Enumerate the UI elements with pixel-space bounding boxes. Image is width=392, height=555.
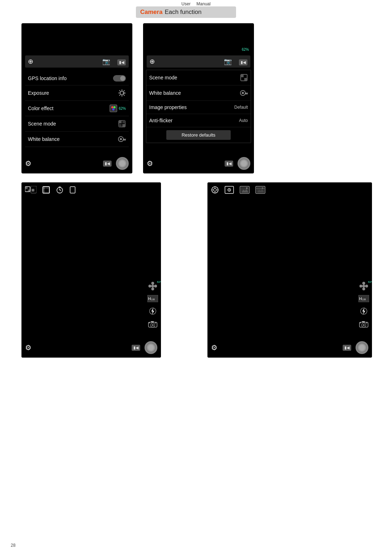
svg-point-78: [359, 285, 362, 288]
macro-icon-s3[interactable]: 62%: [148, 281, 158, 292]
screen4-side-icons: 62% H₍₎₈: [358, 281, 369, 329]
settings-icon: ⊕: [28, 58, 33, 65]
hdr-text-icon-s3[interactable]: H₍₎₈: [147, 295, 158, 303]
svg-point-13: [112, 108, 114, 110]
header-user: User: [181, 1, 190, 6]
screen1-menu: GPS location info Exposure: [25, 72, 129, 147]
svg-rect-15: [119, 121, 122, 123]
camera-small-icon-s4[interactable]: [359, 320, 369, 329]
svg-line-5: [119, 90, 121, 92]
gear-icon-s3[interactable]: ⚙: [25, 343, 31, 352]
hdr-text-icon-s4[interactable]: H₍₎₈: [358, 295, 369, 303]
svg-text:w: w: [123, 138, 126, 141]
svg-rect-88: [360, 323, 361, 323]
svg-text:H₍₎₈: H₍₎₈: [359, 296, 366, 301]
svg-marker-83: [362, 308, 365, 315]
video-mode-icon[interactable]: ▮◀: [117, 58, 126, 65]
svg-rect-18: [122, 121, 125, 123]
screen4-topbar: [211, 186, 368, 194]
settings-icon-s2: ⊕: [150, 58, 155, 65]
square-icon-s3[interactable]: [69, 186, 76, 194]
camera-mode-icon[interactable]: 📷: [102, 58, 110, 65]
svg-text:⊞: ⊞: [31, 188, 34, 192]
video-btn-s4[interactable]: ▮◀: [343, 345, 351, 351]
svg-point-43: [151, 282, 154, 285]
svg-text:H₍₎₈: H₍₎₈: [148, 296, 155, 301]
color-effect-icon: [109, 104, 117, 112]
gear-icon-s1[interactable]: ⚙: [25, 159, 31, 168]
menu-scene[interactable]: Scene mode: [25, 116, 129, 132]
screen1: ⊕ 📷 ▮◀ GPS location info Exposure: [21, 23, 132, 173]
svg-rect-33: [43, 187, 49, 193]
svg-point-45: [148, 285, 151, 288]
svg-point-11: [111, 106, 113, 108]
gallery2-icon-s4[interactable]: [255, 186, 265, 194]
flash-icon-s3[interactable]: [149, 306, 157, 317]
crop-icon-s3[interactable]: [42, 186, 50, 194]
gear-icon-s2[interactable]: ⚙: [147, 159, 153, 168]
screen2-bottom: ⚙ ▮◀: [147, 157, 250, 170]
svg-point-42: [151, 285, 154, 288]
screen3: ⊞ +: [21, 182, 161, 358]
restore-defaults-btn[interactable]: Restore defaults: [166, 130, 231, 140]
svg-line-8: [119, 95, 121, 96]
svg-rect-23: [241, 74, 244, 77]
shutter-btn-s2[interactable]: [237, 157, 250, 170]
shutter-btn-s3[interactable]: [144, 341, 157, 354]
video-mode-icon-s2[interactable]: ▮◀: [239, 58, 248, 65]
svg-point-56: [155, 323, 156, 324]
flash-icon-s4[interactable]: [360, 306, 368, 317]
menu-exposure[interactable]: Exposure +/-: [25, 85, 129, 101]
imgprop-value: Default: [234, 105, 248, 110]
screen2-menu-panel: Scene mode White balance w: [146, 70, 251, 143]
shutter-btn-s4[interactable]: [356, 341, 368, 354]
screen2: ⊕ 📷 ▮◀ 62% Scene mode Wh: [143, 23, 254, 173]
menu-gps[interactable]: GPS location info: [25, 72, 129, 85]
svg-point-77: [362, 288, 365, 290]
camera-small-icon-s3[interactable]: [148, 320, 158, 329]
svg-point-79: [365, 285, 368, 288]
gallery-icon-s4[interactable]: [240, 186, 250, 194]
badge-62-s1: 62%: [119, 107, 126, 110]
svg-point-12: [113, 106, 116, 108]
menu-wb-s2[interactable]: White balance w: [146, 85, 251, 101]
svg-point-20: [120, 138, 122, 140]
timer-icon-s3[interactable]: +: [56, 186, 64, 194]
gear-icon-s4[interactable]: ⚙: [211, 343, 217, 352]
svg-text:+: +: [59, 192, 60, 194]
screen3-side-icons: 62% H₍₎₈: [147, 281, 158, 329]
title-banner: Camera Each function: [136, 6, 236, 18]
menu-imgprop-s2[interactable]: Image properties Default: [146, 101, 251, 114]
settings-icon-s4[interactable]: [211, 186, 219, 194]
menu-scene-s2[interactable]: Scene mode: [146, 70, 251, 85]
title-camera: Camera: [140, 9, 162, 16]
video-btn-s1[interactable]: ▮◀: [103, 161, 112, 167]
gps-toggle[interactable]: [113, 75, 126, 82]
menu-wb[interactable]: White balance w: [25, 132, 129, 147]
svg-rect-55: [149, 323, 150, 323]
antiflicker-value: Auto: [239, 118, 248, 123]
macro-icon-s4[interactable]: 62%: [359, 281, 369, 292]
menu-antiflicker-s2[interactable]: Anti-flicker Auto: [146, 114, 251, 127]
svg-line-7: [124, 90, 125, 92]
hdr-icon-s3[interactable]: ⊞: [25, 186, 36, 194]
header-manual: Manual: [196, 1, 210, 6]
grid-icon-s4[interactable]: [225, 186, 234, 194]
svg-point-86: [363, 324, 365, 326]
svg-point-26: [242, 92, 244, 94]
svg-rect-29: [25, 187, 28, 189]
menu-color[interactable]: Color effect 62%: [25, 101, 129, 116]
camera-mode-icon-s2[interactable]: 📷: [224, 58, 232, 65]
svg-marker-50: [151, 308, 154, 315]
video-btn-s3[interactable]: ▮◀: [132, 345, 140, 351]
svg-point-89: [366, 323, 367, 324]
svg-point-58: [214, 188, 216, 191]
svg-point-44: [151, 288, 154, 290]
shutter-btn-s1[interactable]: [116, 157, 129, 170]
svg-rect-30: [28, 190, 30, 191]
svg-point-53: [152, 324, 154, 326]
svg-rect-39: [59, 187, 61, 187]
screen3-bottom: ⚙ ▮◀: [25, 341, 157, 354]
video-btn-s2[interactable]: ▮◀: [225, 161, 233, 167]
wb-icon: w: [117, 135, 126, 143]
